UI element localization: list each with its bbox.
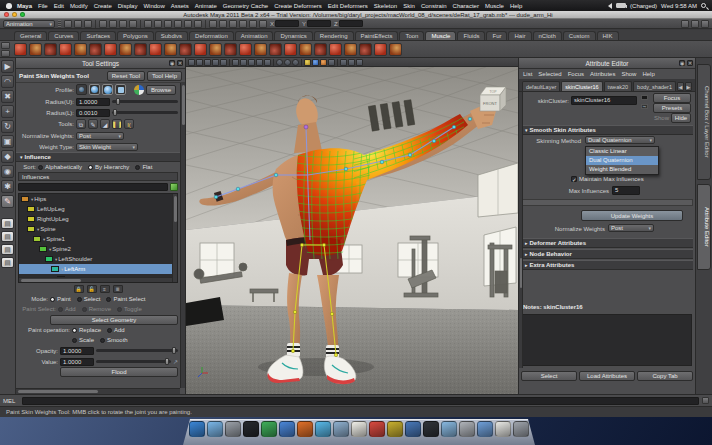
tool-settings-vscrollbar[interactable] — [180, 83, 185, 388]
pin-icon[interactable]: ◉ — [679, 60, 685, 66]
menu-item-help[interactable]: Help — [509, 3, 523, 9]
shelf-tab-toon[interactable]: Toon — [399, 31, 424, 40]
hide-button[interactable]: Hide — [671, 113, 691, 123]
view-cube-top-label[interactable]: TOP — [490, 90, 498, 94]
muscle-shelf-tool-icon[interactable] — [119, 43, 132, 56]
dock-app-safari[interactable] — [279, 421, 295, 437]
list-view-icon[interactable]: ≡ — [100, 285, 110, 293]
radio-add[interactable]: Add — [107, 327, 125, 333]
dock-app-preview[interactable] — [441, 421, 457, 437]
influence-list-vscrollbar[interactable] — [172, 194, 177, 282]
menu-item-skin[interactable]: Skin — [402, 3, 416, 9]
shelf-tab-muscle[interactable]: Muscle — [425, 31, 456, 40]
select-component-icon[interactable] — [119, 20, 127, 28]
expand-arrow-icon[interactable]: ▾ — [37, 227, 39, 232]
radio-add[interactable]: Add — [58, 306, 76, 312]
select-tool-icon[interactable]: ▶ — [1, 60, 14, 73]
battery-icon[interactable] — [616, 3, 626, 8]
tool-help-button[interactable]: Tool Help — [147, 71, 182, 81]
shelf-tab-painteffects[interactable]: PaintEffects — [355, 31, 399, 40]
menu-item-edit-deformers[interactable]: Edit Deformers — [327, 3, 369, 9]
dock-app-mail[interactable] — [333, 421, 349, 437]
spotlight-icon[interactable] — [701, 3, 706, 8]
muscle-shelf-tool-icon[interactable] — [284, 43, 297, 56]
ae-menu-selected[interactable]: Selected — [538, 71, 561, 77]
snap-grid-icon[interactable] — [129, 20, 137, 28]
mel-input[interactable] — [22, 397, 699, 405]
radius-l-field[interactable]: 0.0010 — [76, 109, 110, 117]
lasso-select-tool-icon[interactable]: ◠ — [1, 75, 14, 88]
gizmo-icon[interactable] — [356, 59, 363, 66]
hud-icon[interactable] — [348, 59, 355, 66]
muscle-shelf-tool-icon[interactable] — [29, 43, 42, 56]
muscle-shelf-tool-icon[interactable] — [194, 43, 207, 56]
shelf-tab-surfaces[interactable]: Surfaces — [80, 31, 116, 40]
reset-tool-button[interactable]: Reset Tool — [107, 71, 145, 81]
move-tool-icon[interactable]: + — [1, 105, 14, 118]
viewport[interactable]: FRONT TOP — [186, 67, 518, 394]
weight-type-dropdown[interactable]: Skin Weight▾ — [76, 143, 138, 151]
muscle-shelf-tool-icon[interactable] — [254, 43, 267, 56]
arrow-swap-icon[interactable]: ↪ — [641, 104, 648, 109]
shelf-tab-fur[interactable]: Fur — [486, 31, 507, 40]
tab-scroll-right-icon[interactable]: ▶ — [685, 82, 692, 91]
brush-stamp-icon[interactable] — [134, 85, 144, 95]
joints-xray-icon[interactable] — [292, 59, 299, 66]
ae-menu-help[interactable]: Help — [642, 71, 654, 77]
radius-u-field[interactable]: 1.0000 — [76, 98, 110, 106]
brush-profile-medium[interactable] — [89, 84, 100, 95]
radio-alphabetically[interactable]: Alphabetically — [38, 164, 82, 170]
radio-by-hierarchy[interactable]: By Hierarchy — [88, 164, 129, 170]
shelf-tab-hik[interactable]: HIK — [597, 31, 619, 40]
coord-field-z[interactable] — [339, 20, 363, 27]
grid-icon[interactable] — [204, 59, 211, 66]
persp-outliner-layout-button[interactable]: ▤ — [1, 244, 14, 255]
menu-item-maya[interactable]: Maya — [16, 3, 33, 9]
section-deformer-attributes[interactable]: Deformer Attributes — [521, 238, 693, 248]
coord-field-y[interactable] — [307, 20, 331, 27]
window-titlebar[interactable]: Autodesk Maya 2011 Beta 2 x64 – Trial Ve… — [0, 11, 712, 19]
muscle-shelf-tool-icon[interactable] — [359, 43, 372, 56]
radio-scale[interactable]: Scale — [72, 337, 94, 343]
depth-of-field-icon[interactable] — [328, 59, 335, 66]
node-name-field[interactable]: skinCluster16 — [571, 96, 637, 105]
browse-profile-button[interactable]: Browse — [146, 85, 176, 95]
tab-attribute-editor[interactable]: Attribute Editor — [697, 184, 711, 270]
menu-item-window[interactable]: Window — [142, 3, 165, 9]
radius-u-slider[interactable] — [112, 100, 178, 103]
script-editor-icon[interactable] — [702, 397, 709, 404]
normalize-weights-dropdown[interactable]: Post▾ — [76, 132, 124, 140]
ramp-tool-icon[interactable]: ◢ — [100, 119, 110, 129]
ae-tab-skincluster16[interactable]: skinCluster16 — [561, 81, 602, 91]
influence-row-leftarm[interactable]: ▾LeftArm — [19, 264, 177, 274]
view-cube-front-label[interactable]: FRONT — [483, 101, 497, 106]
wireframe-icon[interactable] — [232, 59, 239, 66]
zoom-window-button[interactable] — [20, 12, 25, 17]
textured-icon[interactable] — [248, 59, 255, 66]
tool-settings-header[interactable]: Tool Settings ◉✕ — [16, 58, 185, 69]
influence-row-spine2[interactable]: ▾Spine2 — [19, 244, 177, 254]
muscle-shelf-tool-icon[interactable] — [179, 43, 192, 56]
ae-menu-attributes[interactable]: Attributes — [590, 71, 615, 77]
menu-item-edit[interactable]: Edit — [53, 3, 65, 9]
snap-view-icon[interactable] — [174, 20, 182, 28]
muscle-shelf-tool-icon[interactable] — [14, 43, 27, 56]
soft-modification-tool-icon[interactable]: ◉ — [1, 165, 14, 178]
muscle-shelf-tool-icon[interactable] — [239, 43, 252, 56]
dock-app-photoshop[interactable] — [423, 421, 439, 437]
select-geometry-button[interactable]: Select Geometry — [50, 315, 178, 325]
camera-lock-icon[interactable] — [196, 59, 203, 66]
shelf-tab-general[interactable]: General — [14, 31, 47, 40]
copy-tab-button[interactable]: Copy Tab — [637, 371, 693, 381]
influence-row-leftupleg[interactable]: LeftUpLeg — [19, 204, 177, 214]
resolution-gate-icon[interactable] — [220, 59, 227, 66]
muscle-shelf-tool-icon[interactable] — [224, 43, 237, 56]
notes-textarea[interactable] — [522, 314, 692, 366]
select-object-icon[interactable] — [109, 20, 117, 28]
radio-smooth[interactable]: Smooth — [100, 337, 128, 343]
expand-arrow-icon[interactable]: ▾ — [49, 247, 51, 252]
influence-list-hscrollbar[interactable] — [19, 277, 172, 282]
dock-app-ical[interactable] — [351, 421, 367, 437]
lock-weights-icon[interactable]: 🔒 — [74, 285, 84, 293]
swatch-icon[interactable] — [641, 95, 648, 100]
